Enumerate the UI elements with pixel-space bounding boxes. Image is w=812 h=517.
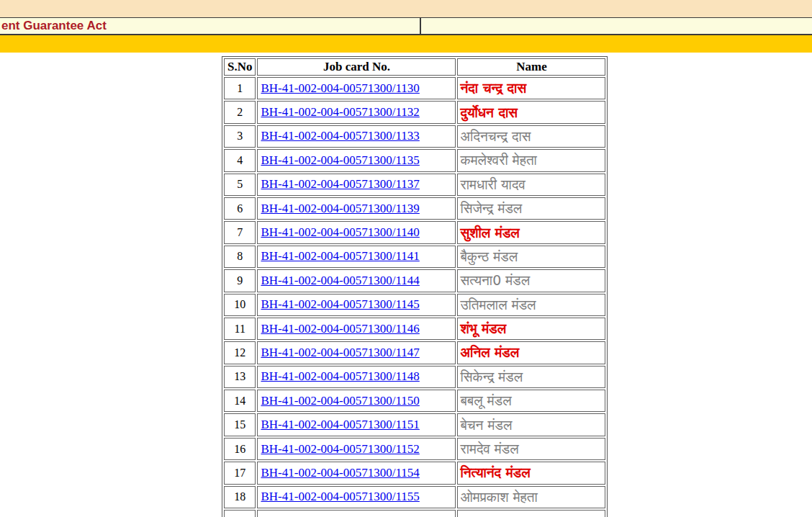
job-card-link[interactable]: BH-41-002-004-00571300/1140 <box>261 225 419 239</box>
job-card-cell: BH-41-002-004-00571300/1133 <box>257 125 456 148</box>
table-row: 2BH-41-002-004-00571300/1132दुर्योधन दास <box>224 101 605 123</box>
worker-name-cell: सिकेन्द्र मंडल <box>457 366 605 388</box>
table-row: 12BH-41-002-004-00571300/1147अनिल मंडल <box>224 341 605 364</box>
table-row: 4BH-41-002-004-00571300/1135कमलेश्वरी मे… <box>224 149 605 171</box>
job-card-link[interactable]: BH-41-002-004-00571300/1152 <box>261 442 419 456</box>
serial-number-cell: 14 <box>224 390 256 412</box>
worker-name-cell: सत्यना0 मंडल <box>457 269 605 292</box>
table-row: 1BH-41-002-004-00571300/1130नंदा चन्द्र … <box>224 77 605 99</box>
table-row: 11BH-41-002-004-00571300/1146शंभू मंडल <box>224 318 605 340</box>
job-card-cell: BH-41-002-004-00571300/1139 <box>257 197 456 220</box>
job-card-cell: BH-41-002-004-00571300/1150 <box>257 390 456 412</box>
serial-number-cell: 16 <box>224 438 256 460</box>
job-card-link[interactable]: BH-41-002-004-00571300/1154 <box>261 466 419 480</box>
worker-name-cell: अदिनचन्द्र दास <box>457 125 605 148</box>
job-card-link[interactable]: BH-41-002-004-00571300/1145 <box>261 297 419 311</box>
job-card-link[interactable]: BH-41-002-004-00571300/1155 <box>261 490 419 503</box>
job-card-cell: BH-41-002-004-00571300/1137 <box>257 174 456 196</box>
serial-number-cell: 8 <box>224 246 256 268</box>
serial-number-cell: 13 <box>224 366 256 388</box>
job-card-link[interactable]: BH-41-002-004-00571300/1147 <box>261 346 419 359</box>
worker-name-cell: ओमप्रकाश मेहता <box>457 486 605 508</box>
header-bar: ent Guarantee Act <box>0 17 812 35</box>
serial-number-cell: 10 <box>224 294 256 316</box>
job-card-link[interactable]: BH-41-002-004-00571300/1132 <box>261 105 419 119</box>
table-row: 8BH-41-002-004-00571300/1141बैकुन्ठ मंडल <box>224 246 605 268</box>
table-row: 10BH-41-002-004-00571300/1145उतिमलाल मंड… <box>224 294 605 316</box>
serial-number-cell: 9 <box>224 269 256 292</box>
job-card-cell: BH-41-002-004-00571300/1154 <box>257 462 456 484</box>
worker-name-cell: बेचन मंडल <box>457 413 605 436</box>
job-card-cell: BH-41-002-004-00571300/1144 <box>257 269 456 292</box>
serial-number-cell: 6 <box>224 197 256 220</box>
serial-number-cell: 7 <box>224 221 256 243</box>
job-card-cell: BH-41-002-004-00571300/1147 <box>257 341 456 364</box>
serial-number-cell: 18 <box>224 486 256 508</box>
table-row: 18BH-41-002-004-00571300/1155ओमप्रकाश मे… <box>224 486 605 508</box>
worker-name-cell: उतिमलाल मंडल <box>457 294 605 316</box>
job-card-cell: BH-41-002-004-00571300/1155 <box>257 486 456 508</box>
table-row: 14BH-41-002-004-00571300/1150बबलू मंडल <box>224 390 605 412</box>
worker-name-cell: रामधारी यादव <box>457 174 605 196</box>
job-card-cell: BH-41-002-004-00571300/1132 <box>257 101 456 123</box>
serial-number-cell <box>224 510 256 517</box>
serial-number-cell: 12 <box>224 341 256 364</box>
gold-accent-bar <box>0 35 812 53</box>
col-header-jobcard: Job card No. <box>257 58 456 76</box>
job-card-cell: BH-41-002-004-00571300/1130 <box>257 77 456 99</box>
table-row: 5BH-41-002-004-00571300/1137रामधारी यादव <box>224 174 605 196</box>
table-row: 17BH-41-002-004-00571300/1154नित्यानंद म… <box>224 462 605 484</box>
worker-name-cell: सुशील मंडल <box>457 221 605 243</box>
serial-number-cell: 15 <box>224 413 256 436</box>
table-row: 16BH-41-002-004-00571300/1152रामदेव मंडल <box>224 438 605 460</box>
job-card-link[interactable]: BH-41-002-004-00571300/1144 <box>261 274 419 287</box>
table-row: 9BH-41-002-004-00571300/1144सत्यना0 मंडल <box>224 269 605 292</box>
worker-name-cell: शंभू मंडल <box>457 318 605 340</box>
jobcard-table-body: 1BH-41-002-004-00571300/1130नंदा चन्द्र … <box>224 77 605 517</box>
worker-name-cell: नंदा चन्द्र दास <box>457 77 605 99</box>
job-card-link[interactable]: BH-41-002-004-00571300/1151 <box>261 418 419 431</box>
job-card-cell: BH-41-002-004-00571300/1140 <box>257 221 456 243</box>
serial-number-cell: 2 <box>224 101 256 123</box>
worker-name-cell: बबलू मंडल <box>457 390 605 412</box>
job-card-cell: BH-41-002-004-00571300/1148 <box>257 366 456 388</box>
serial-number-cell: 3 <box>224 125 256 148</box>
col-header-sno: S.No <box>224 58 256 76</box>
table-header-row: S.No Job card No. Name <box>224 58 605 76</box>
job-card-link[interactable]: BH-41-002-004-00571300/1133 <box>261 129 419 143</box>
job-card-cell: BH-41-002-004-00571300/1135 <box>257 149 456 171</box>
worker-name-cell: अनिल मंडल <box>457 341 605 364</box>
job-card-link[interactable]: BH-41-002-004-00571300/1146 <box>261 322 419 336</box>
table-row: 15BH-41-002-004-00571300/1151बेचन मंडल <box>224 413 605 436</box>
worker-name-cell: दुर्योधन दास <box>457 101 605 123</box>
job-card-link[interactable]: BH-41-002-004-00571300/1150 <box>261 394 419 408</box>
table-row: 13BH-41-002-004-00571300/1148सिकेन्द्र म… <box>224 366 605 388</box>
serial-number-cell: 4 <box>224 149 256 171</box>
job-card-cell <box>257 510 456 517</box>
job-card-cell: BH-41-002-004-00571300/1146 <box>257 318 456 340</box>
worker-name-cell <box>457 510 605 517</box>
page-top-strip <box>0 0 812 17</box>
worker-name-cell: रामदेव मंडल <box>457 438 605 460</box>
serial-number-cell: 5 <box>224 174 256 196</box>
col-header-name: Name <box>457 58 605 76</box>
serial-number-cell: 17 <box>224 462 256 484</box>
table-row: 7BH-41-002-004-00571300/1140सुशील मंडल <box>224 221 605 243</box>
job-card-link[interactable]: BH-41-002-004-00571300/1139 <box>261 202 419 215</box>
job-card-link[interactable]: BH-41-002-004-00571300/1137 <box>261 177 419 191</box>
serial-number-cell: 11 <box>224 318 256 340</box>
serial-number-cell: 1 <box>224 77 256 99</box>
job-card-cell: BH-41-002-004-00571300/1151 <box>257 413 456 436</box>
site-title: ent Guarantee Act <box>1 19 107 33</box>
header-cell-divider <box>420 18 421 34</box>
job-card-cell: BH-41-002-004-00571300/1152 <box>257 438 456 460</box>
job-card-link[interactable]: BH-41-002-004-00571300/1130 <box>261 81 419 95</box>
job-card-link[interactable]: BH-41-002-004-00571300/1141 <box>261 249 419 263</box>
worker-name-cell: सिजेन्द्र मंडल <box>457 197 605 220</box>
table-row <box>224 510 605 517</box>
table-row: 6BH-41-002-004-00571300/1139सिजेन्द्र मं… <box>224 197 605 220</box>
worker-name-cell: बैकुन्ठ मंडल <box>457 246 605 268</box>
job-card-link[interactable]: BH-41-002-004-00571300/1148 <box>261 369 419 383</box>
job-card-cell: BH-41-002-004-00571300/1141 <box>257 246 456 268</box>
job-card-link[interactable]: BH-41-002-004-00571300/1135 <box>261 153 419 167</box>
